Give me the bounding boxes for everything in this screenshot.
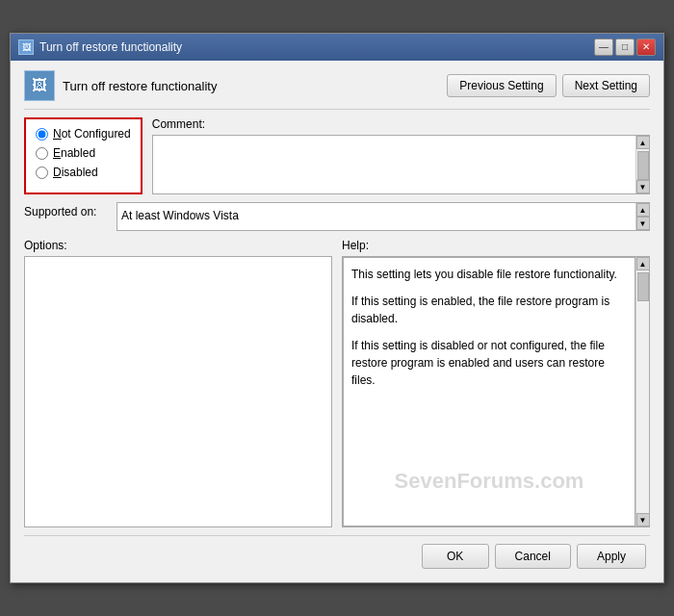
footer-row: OK Cancel Apply (24, 535, 650, 573)
help-scroll-thumb[interactable] (637, 272, 649, 301)
title-bar: 🖼 Turn off restore functionality — □ ✕ (11, 34, 663, 61)
cancel-button[interactable]: Cancel (495, 544, 571, 569)
comment-box-container: ▲ ▼ (152, 135, 650, 194)
radio-enabled-label[interactable]: Enabled (53, 146, 95, 160)
header-icon: 🖼 (24, 70, 55, 101)
radio-not-configured-label[interactable]: Not Configured (53, 127, 131, 141)
radio-enabled[interactable]: Enabled (36, 146, 131, 160)
options-help-row: Options: Help: This setting lets you dis… (24, 239, 650, 527)
help-scroll-up[interactable]: ▲ (636, 257, 650, 270)
comment-textarea[interactable] (153, 136, 635, 193)
scroll-thumb[interactable] (637, 151, 649, 180)
maximize-button[interactable]: □ (615, 38, 635, 56)
previous-setting-button[interactable]: Previous Setting (447, 74, 556, 97)
minimize-button[interactable]: — (594, 38, 613, 56)
help-label: Help: (342, 239, 650, 252)
supported-scroll-down[interactable]: ▼ (636, 217, 650, 230)
help-box-container: This setting lets you disable file resto… (342, 256, 650, 527)
radio-not-configured-input[interactable] (36, 128, 48, 141)
window-title: Turn off restore functionality (39, 40, 182, 54)
scroll-up-arrow[interactable]: ▲ (636, 136, 650, 149)
header-title: Turn off restore functionality (63, 79, 217, 93)
radio-disabled-input[interactable] (36, 167, 48, 179)
supported-scroll-up[interactable]: ▲ (636, 203, 650, 217)
header-buttons: Previous Setting Next Setting (447, 74, 650, 97)
radio-disabled-label[interactable]: Disabled (53, 166, 98, 179)
supported-on-row: Supported on: At least Windows Vista ▲ ▼ (24, 202, 650, 231)
help-scrollbar[interactable]: ▲ ▼ (635, 257, 649, 526)
config-section: Not Configured Enabled Disabled (24, 117, 143, 194)
radio-not-configured[interactable]: Not Configured (36, 127, 131, 141)
help-paragraph-2: If this setting is enabled, the file res… (351, 293, 627, 327)
close-button[interactable]: ✕ (636, 38, 656, 56)
config-comment-section: Not Configured Enabled Disabled Comment: (24, 117, 650, 194)
supported-scrollbar[interactable]: ▲ ▼ (635, 203, 649, 230)
main-window: 🖼 Turn off restore functionality — □ ✕ 🖼… (10, 33, 664, 583)
help-section: Help: This setting lets you disable file… (342, 239, 650, 527)
title-bar-controls: — □ ✕ (594, 38, 656, 56)
options-panel (24, 256, 332, 527)
help-paragraph-1: This setting lets you disable file resto… (351, 266, 627, 283)
comment-label: Comment: (152, 117, 650, 131)
title-bar-left: 🖼 Turn off restore functionality (18, 39, 182, 55)
scroll-down-arrow[interactable]: ▼ (636, 180, 650, 193)
apply-button[interactable]: Apply (577, 544, 646, 569)
comment-scrollbar[interactable]: ▲ ▼ (635, 136, 649, 193)
next-setting-button[interactable]: Next Setting (562, 74, 650, 97)
radio-enabled-input[interactable] (36, 147, 48, 160)
help-paragraph-3: If this setting is disabled or not confi… (351, 337, 627, 389)
header-left: 🖼 Turn off restore functionality (24, 70, 217, 101)
options-section: Options: (24, 239, 332, 527)
supported-value: At least Windows Vista (117, 203, 635, 230)
ok-button[interactable]: OK (422, 544, 489, 569)
supported-box-container: At least Windows Vista ▲ ▼ (117, 202, 650, 231)
content-area: 🖼 Turn off restore functionality Previou… (11, 61, 663, 582)
header-row: 🖼 Turn off restore functionality Previou… (24, 70, 650, 110)
comment-section: Comment: ▲ ▼ (152, 117, 650, 194)
window-icon: 🖼 (18, 39, 34, 55)
radio-disabled[interactable]: Disabled (36, 166, 131, 179)
help-panel: This setting lets you disable file resto… (343, 257, 635, 526)
help-scroll-down[interactable]: ▼ (636, 513, 650, 526)
supported-label: Supported on: (24, 202, 111, 218)
options-label: Options: (24, 239, 332, 252)
watermark: SevenForums.com (395, 465, 584, 497)
